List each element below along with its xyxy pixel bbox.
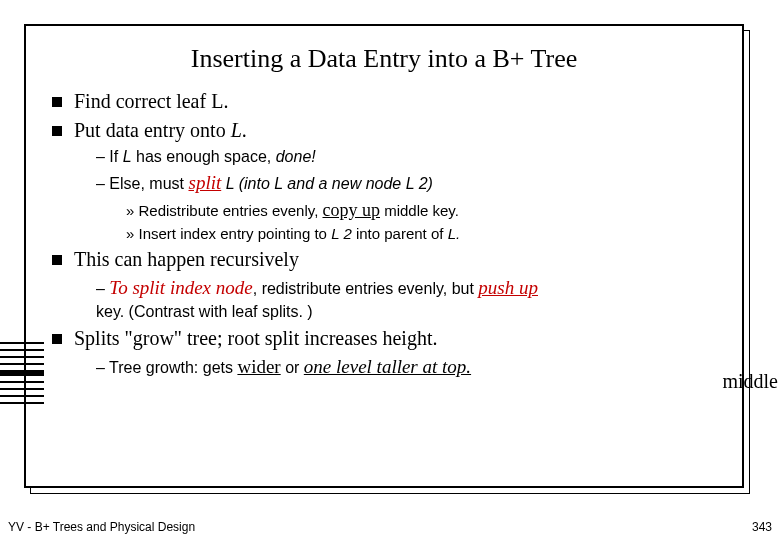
subsub-redistribute: Redistribute entries evenly, copy up mid… <box>126 200 716 221</box>
slide-content: Find correct leaf L. Put data entry onto… <box>52 90 716 378</box>
slide-frame: Inserting a Data Entry into a B+ Tree Fi… <box>24 24 744 488</box>
bullet-find-leaf: Find correct leaf L. <box>52 90 716 113</box>
footer-page-number: 343 <box>752 520 772 534</box>
subbullet-tree-growth: Tree growth: gets wider or one level tal… <box>96 356 716 378</box>
left-stripe-ornament <box>0 342 44 414</box>
subbullet-split-index-cont: key. (Contrast with leaf splits. ) <box>96 303 716 321</box>
overflow-text-middle: middle <box>722 370 778 393</box>
bullet-put-entry: Put data entry onto L. If L has enough s… <box>52 119 716 242</box>
subbullet-split: Else, must split L (into L and a new nod… <box>96 172 716 242</box>
bullet-recursive: This can happen recursively To split ind… <box>52 248 716 321</box>
slide-title: Inserting a Data Entry into a B+ Tree <box>52 44 716 74</box>
bullet-splits-grow: Splits "grow" tree; root split increases… <box>52 327 716 378</box>
slide-body: Inserting a Data Entry into a B+ Tree Fi… <box>24 24 744 488</box>
footer-left: YV - B+ Trees and Physical Design <box>8 520 195 534</box>
subbullet-split-index: To split index node, redistribute entrie… <box>96 277 716 321</box>
subsub-insert-index: Insert index entry pointing to L 2 into … <box>126 225 716 242</box>
subbullet-enough-space: If L has enough space, done! <box>96 148 716 166</box>
